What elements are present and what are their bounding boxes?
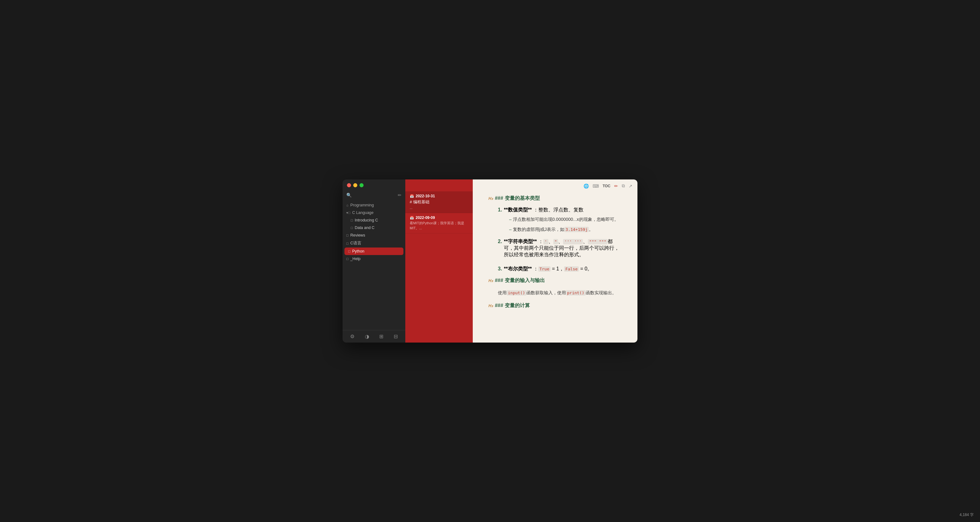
share-icon[interactable]: ↗ <box>628 183 632 189</box>
file-list-panel: 📅 2022-10-31 # 编程基础 ... 📅 2022-09-09 看MI… <box>405 180 473 342</box>
list-item-3-rest: ：True = 1，False = 0。 <box>533 266 593 271</box>
sub-item-1a-text: 浮点数相加可能出现0.0000000...x的现象，忽略即可。 <box>513 217 619 222</box>
code-input: input() <box>507 290 527 296</box>
list-item-3: 3. **布尔类型** ：True = 1，False = 0。 <box>498 266 622 272</box>
bold-string-types: **字符串类型** <box>504 239 537 244</box>
list-num-2: 2. <box>498 239 502 244</box>
file-date-2: 📅 2022-09-09 <box>410 215 468 220</box>
folder-icon: □ <box>348 249 350 253</box>
sub-item-1b-text: 复数的虚部用j或J表示，如 <box>513 227 564 232</box>
maximize-button[interactable] <box>360 183 364 187</box>
contrast-icon[interactable]: ◑ <box>365 333 369 339</box>
sidebar-item-reviews[interactable]: □ Reviews <box>342 231 405 239</box>
sidebar-footer: ⚙ ◑ ⊞ ⊟ <box>342 330 405 342</box>
note-icon: □ <box>351 218 353 222</box>
list-item-2-text: **字符串类型** ：'、"、''' '''、""" """都可，其中前两个只能… <box>504 239 622 258</box>
code-sq: ' <box>543 239 548 244</box>
bullet-1a: – <box>509 217 512 222</box>
bullet-1b: – <box>509 227 512 232</box>
sidebar-search-area: 🔍 ✏ <box>342 191 405 200</box>
io-paragraph: 使用input()函数获取输入，使用print()函数实现输出。 <box>498 289 622 297</box>
sidebar-item-c-yuyan[interactable]: □ C语言 <box>342 239 405 248</box>
code-print: print() <box>566 290 585 296</box>
settings-icon[interactable]: ⚙ <box>350 333 355 339</box>
main-content: 🌐 ⌨ TOC ✏ ⧉ ↗ H₃ ### 变量的基本类型 1. <box>473 180 638 342</box>
note-icon: □ <box>346 233 348 237</box>
code-tdq: """ """ <box>588 239 608 244</box>
sidebar: 🔍 ✏ ⌂ Programming ▾□ C Language □ Introd… <box>342 180 405 342</box>
new-folder-icon[interactable]: ⊟ <box>394 333 398 339</box>
calendar-icon: 📅 <box>410 194 414 198</box>
main-window: 🔍 ✏ ⌂ Programming ▾□ C Language □ Introd… <box>342 180 638 342</box>
traffic-lights <box>347 183 364 187</box>
calendar-icon-2: 📅 <box>410 216 414 220</box>
edit-icon[interactable]: ✏ <box>614 183 618 189</box>
folder-icon: □ <box>346 257 348 261</box>
sub-item-1a: – 浮点数相加可能出现0.0000000...x的现象，忽略即可。 <box>509 216 622 223</box>
content-area: H₃ ### 变量的基本类型 1. **数值类型** ：整数、浮点数、复数 – <box>488 189 622 309</box>
toolbar: 🌐 ⌨ TOC ✏ ⧉ ↗ <box>584 183 632 189</box>
file-item-2[interactable]: 📅 2022-09-09 看MIT的Python课；我学英语；我是MIT。... <box>405 213 473 233</box>
io-text-after: 函数实现输出。 <box>585 290 616 295</box>
heading-text-2: ### 变量的输入与输出 <box>495 277 544 284</box>
list-item-1-rest: ：整数、浮点数、复数 <box>533 207 584 212</box>
bold-bool-types: **布尔类型** <box>504 266 532 271</box>
new-note-icon[interactable]: ✏ <box>398 193 401 197</box>
code-false: False <box>564 266 579 272</box>
sidebar-nav: ⌂ Programming ▾□ C Language □ Introducin… <box>342 200 405 330</box>
toc-button[interactable]: TOC <box>603 184 611 188</box>
spacer <box>498 261 622 266</box>
code-true: True <box>538 266 550 272</box>
sidebar-item-data-and-c[interactable]: □ Data and C <box>342 224 405 231</box>
code-dq: " <box>554 239 558 244</box>
heading-text-1: ### 变量的基本类型 <box>495 195 539 202</box>
copy-icon[interactable]: ⧉ <box>622 183 625 189</box>
heading-text-3: ### 变量的计算 <box>495 302 530 309</box>
heading-marker-2: H₃ <box>488 278 493 283</box>
sidebar-item-python[interactable]: □ Python <box>344 248 403 255</box>
heading-marker-1: H₃ <box>488 196 493 201</box>
folder-icon: □ <box>346 242 348 245</box>
sidebar-item-clanguage[interactable]: ▾□ C Language <box>342 209 405 216</box>
file-preview-2: 看MIT的Python课；我学英语；我是MIT。... <box>410 221 468 231</box>
sidebar-item-introducing-c[interactable]: □ Introducing C <box>342 216 405 224</box>
minimize-button[interactable] <box>353 183 357 187</box>
heading-io: H₃ ### 变量的输入与输出 <box>488 277 622 284</box>
search-icon[interactable]: 🔍 <box>346 193 352 197</box>
images-icon[interactable]: ⊞ <box>379 333 383 339</box>
list-num-3: 3. <box>498 266 502 272</box>
sub-item-1b: – 复数的虚部用j或J表示，如3.14+159j。 <box>509 226 622 233</box>
sidebar-item-programming[interactable]: ⌂ Programming <box>342 201 405 209</box>
close-button[interactable] <box>347 183 351 187</box>
io-text-mid: 函数获取输入，使用 <box>527 290 566 295</box>
note-icon: □ <box>351 226 353 230</box>
window-body: 🔍 ✏ ⌂ Programming ▾□ C Language □ Introd… <box>342 180 638 342</box>
sidebar-item-help[interactable]: □ _Help <box>342 255 405 263</box>
file-date-1: 📅 2022-10-31 <box>410 194 468 198</box>
list-item-2: 2. **字符串类型** ：'、"、''' '''、""" """都可，其中前两… <box>498 239 622 258</box>
list-section: 1. **数值类型** ：整数、浮点数、复数 – 浮点数相加可能出现0.0000… <box>498 207 622 272</box>
heading-variables-basic: H₃ ### 变量的基本类型 <box>488 195 622 202</box>
list-item-1-text: **数值类型** ：整数、浮点数、复数 <box>504 207 583 213</box>
heading-calc: H₃ ### 变量的计算 <box>488 302 622 309</box>
list-item-1: 1. **数值类型** ：整数、浮点数、复数 <box>498 207 622 213</box>
file-title-1: # 编程基础 <box>410 199 468 205</box>
folder-open-icon: ▾□ <box>346 211 350 215</box>
keyboard-icon[interactable]: ⌨ <box>593 183 599 189</box>
file-item-1[interactable]: 📅 2022-10-31 # 编程基础 ... <box>405 191 473 213</box>
list-num-1: 1. <box>498 207 502 213</box>
code-tsq: ''' ''' <box>563 239 583 244</box>
file-preview-1: ... <box>410 205 468 210</box>
globe-icon[interactable]: 🌐 <box>584 183 589 189</box>
heading-marker-3: H₃ <box>488 303 493 308</box>
io-text-before-input: 使用 <box>498 290 507 295</box>
code-complex: 3.14+159j <box>564 227 589 232</box>
list-item-3-text: **布尔类型** ：True = 1，False = 0。 <box>504 266 592 272</box>
bold-numeric-types: **数值类型** <box>504 207 532 212</box>
home-icon: ⌂ <box>346 203 348 207</box>
